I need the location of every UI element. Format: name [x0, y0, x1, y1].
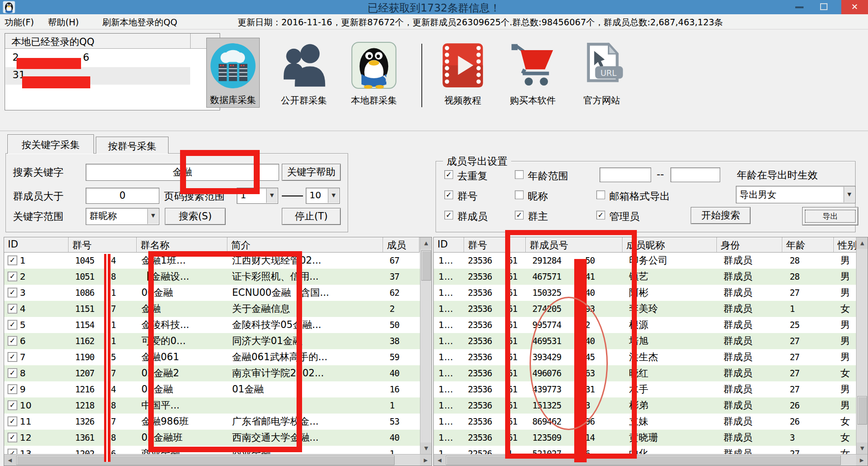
checkbox-icon[interactable]: [596, 190, 605, 199]
scroll-left-icon[interactable]: ◀: [4, 454, 16, 466]
scroll-right-icon[interactable]: ▶: [856, 454, 868, 466]
column-header[interactable]: ID: [4, 237, 69, 253]
maximize-button[interactable]: [820, 3, 827, 10]
menu-item-refresh-local-qq[interactable]: 刷新本地登录的QQ: [102, 17, 177, 29]
menu-item-help[interactable]: 帮助(H): [48, 17, 79, 29]
group-row[interactable]: ✓31086100金融ECNU00金融（含国...62: [4, 285, 420, 301]
toolbar-button-database-collect[interactable]: 数据库采集: [206, 38, 260, 108]
scrollbar-thumb[interactable]: [421, 250, 431, 281]
tab-collect-by-group-number[interactable]: 按群号采集: [96, 137, 169, 154]
member-row[interactable]: 1...23536611513253彬弟群成员26男: [434, 397, 856, 414]
minimize-button[interactable]: [795, 6, 804, 8]
column-header[interactable]: 群名称: [137, 237, 227, 253]
group-row[interactable]: ✓411517金融关于金融信息2: [4, 301, 420, 317]
row-checkbox[interactable]: ✓: [8, 449, 17, 454]
qq-account-row[interactable]: 2 6: [6, 50, 190, 67]
checkbox-icon[interactable]: ✓: [444, 170, 453, 179]
member-row[interactable]: 1...235366127420593李美玲群成员1女: [434, 301, 856, 317]
member-row[interactable]: 1...235366146757141镇艺群成员28男: [434, 269, 856, 285]
scroll-down-icon[interactable]: ▼: [856, 443, 868, 454]
scrollbar-thumb[interactable]: [857, 396, 867, 425]
group-row[interactable]: ✓511541金陵科技...金陵科技学05金融...50: [4, 317, 420, 333]
column-header[interactable]: 身份: [717, 237, 782, 253]
scroll-down-icon[interactable]: ▼: [420, 443, 432, 454]
row-checkbox[interactable]: ✓: [8, 256, 17, 265]
group-row[interactable]: ✓611621可爱的0...同济大学01金融38: [4, 333, 420, 349]
qq-account-row[interactable]: 31: [6, 67, 190, 85]
member-row[interactable]: 1...235366146953140培旭群成员27男: [434, 333, 856, 349]
row-checkbox[interactable]: ✓: [8, 288, 17, 297]
member-row[interactable]: 1...235366112350914黄晓珊群成员3女: [434, 430, 856, 446]
column-header[interactable]: 群成员号: [526, 237, 623, 253]
group-row[interactable]: ✓81207702金融2南京审计学院2002...40: [4, 365, 420, 381]
member-row[interactable]: 12252615210276中化群成员27女: [434, 446, 856, 454]
member-row[interactable]: 1...235366186946296立妹群成员26女: [434, 414, 856, 430]
row-checkbox[interactable]: ✓: [8, 385, 17, 394]
member-row[interactable]: 1...235366139342945洪生杰群成员27男: [434, 349, 856, 365]
chevron-down-icon[interactable]: ▼: [844, 187, 855, 202]
group-row[interactable]: ✓210518【金融设...证卡彩照机、信用...37: [4, 269, 420, 285]
member-table-hscrollbar[interactable]: ◀ ▶: [434, 454, 868, 466]
export-button[interactable]: 导出: [802, 207, 858, 225]
checkbox-icon[interactable]: ✓: [596, 211, 605, 219]
scrollbar-thumb[interactable]: [16, 455, 395, 465]
group-row[interactable]: ✓1312026商业金融商业金融1: [4, 446, 420, 454]
toolbar-button-buy-software[interactable]: 购买本软件: [503, 38, 563, 108]
member-row[interactable]: 1...235366149607663晓红群成员27女: [434, 365, 856, 381]
menu-item-function[interactable]: 功能(F): [5, 17, 34, 29]
cell-number: 27420593: [526, 301, 623, 317]
row-checkbox[interactable]: ✓: [8, 352, 17, 362]
group-row[interactable]: ✓1113267金融986班广东省邮电学校金...53: [4, 414, 420, 430]
toolbar-button-official-website[interactable]: URL 官方网站: [575, 38, 629, 108]
checkbox-icon[interactable]: ✓: [444, 211, 453, 219]
checkbox-icon[interactable]: [515, 170, 524, 179]
row-checkbox[interactable]: ✓: [8, 304, 17, 313]
checkbox-icon[interactable]: ✓: [444, 190, 453, 199]
column-header[interactable]: 成员昵称: [623, 237, 717, 253]
scrollbar-thumb[interactable]: [446, 455, 841, 465]
group-row[interactable]: ✓711905金融061金融061武林高手的...59: [4, 349, 420, 365]
column-header[interactable]: ID: [434, 237, 464, 253]
group-row[interactable]: ✓91216401金融01金融16: [4, 381, 420, 397]
tab-collect-by-keyword[interactable]: 按关键字采集: [7, 134, 94, 154]
scroll-up-icon[interactable]: ▲: [856, 237, 868, 249]
scroll-up-icon[interactable]: ▲: [420, 237, 432, 249]
group-row[interactable]: ✓1012188中国平...1: [4, 397, 420, 414]
column-header[interactable]: 群号: [464, 237, 526, 253]
group-row[interactable]: ✓121361802金融班西南交通大学金融...40: [4, 430, 420, 446]
export-gender-select[interactable]: 导出男女 ▼: [736, 186, 856, 203]
member-row[interactable]: 1...235366115032540阿彬群成员27男: [434, 285, 856, 301]
row-checkbox[interactable]: ✓: [8, 433, 17, 442]
group-table-vscrollbar[interactable]: ▲ ▼: [420, 237, 431, 454]
row-checkbox[interactable]: ✓: [8, 401, 17, 410]
row-checkbox[interactable]: ✓: [8, 272, 17, 281]
column-header[interactable]: 年龄: [782, 237, 834, 253]
column-header[interactable]: 成员: [383, 237, 419, 253]
cell-member-count: 38: [383, 333, 419, 349]
age-from-input[interactable]: [600, 167, 651, 182]
row-checkbox[interactable]: ✓: [8, 320, 17, 329]
column-header[interactable]: 性别: [834, 237, 856, 253]
column-header[interactable]: 简介: [227, 237, 383, 253]
close-button[interactable]: ✕: [841, 0, 868, 14]
scroll-left-icon[interactable]: ◀: [434, 454, 445, 466]
row-checkbox[interactable]: ✓: [8, 368, 17, 378]
toolbar-button-local-group-collect[interactable]: 本地群采集: [346, 38, 402, 108]
checkbox-icon[interactable]: [515, 190, 524, 199]
group-row[interactable]: ✓110454金融1班...江西财大现经管02...67: [4, 253, 420, 269]
toolbar-button-public-group-collect[interactable]: 公开群采集: [275, 38, 332, 108]
row-checkbox[interactable]: ✓: [8, 336, 17, 345]
member-row[interactable]: 1...235366143977331水手群成员27男: [434, 381, 856, 397]
checkbox-icon[interactable]: ✓: [515, 211, 524, 219]
start-search-button[interactable]: 开始搜索: [691, 207, 751, 224]
member-table-vscrollbar[interactable]: ▲ ▼: [856, 237, 868, 454]
column-header[interactable]: 群号: [69, 237, 137, 253]
group-table-body: ✓110454金融1班...江西财大现经管02...67✓210518【金融设.…: [4, 253, 420, 454]
age-to-input[interactable]: [670, 167, 720, 182]
member-row[interactable]: 1...235366129128450印务公司群成员28男: [434, 253, 856, 269]
row-checkbox[interactable]: ✓: [8, 417, 17, 426]
toolbar-button-video-tutorial[interactable]: 视频教程: [437, 38, 489, 108]
member-row[interactable]: 1...23536619957742根源群成员25男: [434, 317, 856, 333]
group-table-hscrollbar[interactable]: ◀ ▶: [4, 454, 431, 466]
scroll-right-icon[interactable]: ▶: [420, 454, 431, 466]
